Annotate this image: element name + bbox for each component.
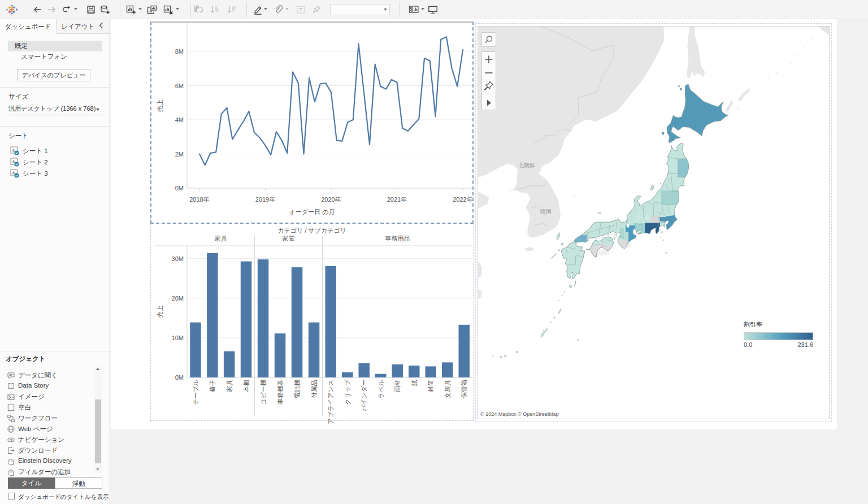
new-datasource-button[interactable] xyxy=(99,4,111,15)
subcategory-label: 事務機器 xyxy=(277,380,284,405)
size-section-label: サイズ xyxy=(8,93,28,101)
sidebar: ダッシュボードレイアウト既定スマートフォンデバイスのプレビューサイズ汎用デスクト… xyxy=(0,19,110,504)
dropdown-caret-icon[interactable] xyxy=(421,8,424,10)
tab-dashboard[interactable]: ダッシュボード xyxy=(0,19,57,34)
size-select[interactable]: 汎用デスクトップ (1366 x 768) xyxy=(8,105,102,115)
subcategory-label: クリップ xyxy=(344,379,351,405)
object-item-label: ダウンロード xyxy=(18,446,58,455)
tiled-button[interactable]: タイル xyxy=(8,477,55,489)
object-item-workflow[interactable]: ワークフロー xyxy=(7,413,92,424)
object-item-blank[interactable]: 空白 xyxy=(7,402,92,413)
hirado xyxy=(558,250,559,251)
fix-axes-button[interactable] xyxy=(310,4,323,15)
forward-icon xyxy=(46,5,58,15)
dropdown-caret-icon[interactable] xyxy=(138,8,142,10)
subcategory-label: 文房具 xyxy=(444,380,451,398)
scrollbar-thumb[interactable] xyxy=(95,399,101,463)
swap-rows-columns-button[interactable] xyxy=(193,4,205,15)
tableau-logo-icon xyxy=(6,4,18,15)
floating-button[interactable]: 浮動 xyxy=(55,477,102,489)
search-icon xyxy=(482,33,496,46)
dropdown-caret-icon[interactable] xyxy=(264,8,267,10)
clear-sheet-icon xyxy=(163,5,174,15)
bar-電話機 xyxy=(292,267,303,377)
show-dashboard-title-checkbox[interactable] xyxy=(8,493,15,499)
toolbar-separator xyxy=(24,2,24,17)
show-hide-cards-button[interactable] xyxy=(407,4,420,15)
sheet-item[interactable]: シート 2 xyxy=(10,157,101,168)
line-chart-zone[interactable]: 0M2M4M6M8M2018年2019年2020年2021年2022年オーダー日… xyxy=(150,21,474,224)
map-attribution: © 2024 Mapbox © OpenStreetMap xyxy=(479,411,561,418)
duplicate-sheet-button[interactable] xyxy=(146,4,158,15)
object-item-label: Data Story xyxy=(18,382,49,389)
x-tick-label: 2019年 xyxy=(255,196,275,203)
object-item-ask-data[interactable]: データに聞く xyxy=(7,370,92,381)
object-item-einstein-discovery[interactable]: Einstein Discovery xyxy=(7,456,92,467)
bar-画材 xyxy=(392,364,403,377)
bar-クリップ xyxy=(342,372,353,377)
show-mark-labels-button[interactable] xyxy=(294,4,307,15)
pin-button[interactable] xyxy=(482,80,496,92)
new-worksheet-button[interactable] xyxy=(125,4,137,15)
sort-descending-button[interactable] xyxy=(226,4,238,15)
expand-controls-button[interactable] xyxy=(482,97,496,109)
object-item-navigation[interactable]: ナビゲーション xyxy=(7,435,92,445)
map-zone[interactable]: 北朝鮮韓国日本 割引率 0.0231.6 © 2024 Mapbox © Ope… xyxy=(478,26,830,419)
fit-selector-caret-icon[interactable] xyxy=(384,8,387,11)
subcategory-label: バインダー xyxy=(361,380,367,412)
blank-icon xyxy=(7,403,15,412)
subcategory-label: 電話機 xyxy=(294,380,301,398)
preset-smartphone[interactable]: スマートフォン xyxy=(8,51,102,62)
toolbar-separator xyxy=(399,2,400,17)
presentation-mode-button[interactable] xyxy=(427,4,439,15)
forward-button[interactable] xyxy=(46,4,58,15)
object-item-label: イメージ xyxy=(18,393,45,401)
object-item-data-story[interactable]: Data Story xyxy=(7,381,92,392)
bar-保管箱 xyxy=(459,325,470,377)
back-button[interactable] xyxy=(31,4,44,15)
toolbar-separator xyxy=(190,2,191,17)
preset-default[interactable]: 既定 xyxy=(8,41,102,51)
device-preview-button[interactable]: デバイスのプレビュー xyxy=(17,69,90,81)
legend-min: 0.0 xyxy=(744,341,752,348)
object-item-image[interactable]: イメージ xyxy=(7,392,92,402)
map-toolbar[interactable] xyxy=(481,51,496,110)
dropdown-caret-icon[interactable] xyxy=(285,8,289,10)
object-item-web-page[interactable]: Web ページ xyxy=(7,424,92,435)
zoom-out-button[interactable] xyxy=(482,67,496,79)
dropdown-caret-icon[interactable] xyxy=(176,8,179,10)
category-label: 事務用品 xyxy=(385,235,410,242)
object-item-add-filter[interactable]: フィルターの追加 xyxy=(7,467,92,477)
object-item-label: フィルターの追加 xyxy=(18,468,71,476)
clear-sheet-button[interactable] xyxy=(162,4,175,15)
subcategory-label: 保管箱 xyxy=(461,380,467,398)
objects-scrollbar[interactable] xyxy=(94,366,102,473)
scroll-up-icon[interactable] xyxy=(96,368,99,370)
y-tick-label: 10M xyxy=(172,334,184,341)
redo-button[interactable] xyxy=(60,4,73,15)
group-members-button[interactable] xyxy=(272,4,284,15)
object-item-download[interactable]: ダウンロード xyxy=(7,445,92,456)
object-item-label: ナビゲーション xyxy=(18,436,64,444)
sort-ascending-button[interactable] xyxy=(209,4,222,15)
highlight-button[interactable] xyxy=(251,4,264,15)
fit-selector[interactable] xyxy=(330,4,390,15)
map-search-button[interactable] xyxy=(481,32,496,47)
sheet-item[interactable]: シート 1 xyxy=(10,146,101,157)
zoom-in-button[interactable] xyxy=(482,53,496,66)
show-dashboard-title-label: ダッシュボードのタイトルを表示 xyxy=(18,493,108,501)
bar-chart-zone[interactable]: カテゴリ / サブカテゴリ家具家電事務用品0M10M20M30M売上テーブル椅子… xyxy=(150,224,474,421)
ask-data-icon xyxy=(7,371,15,380)
sheet-item[interactable]: シート 3 xyxy=(10,168,101,180)
collapse-panel-icon[interactable] xyxy=(99,22,107,31)
bars xyxy=(190,253,470,377)
scroll-down-icon[interactable] xyxy=(96,468,99,471)
bar-家具 xyxy=(224,351,235,377)
tab-layout[interactable]: レイアウト xyxy=(57,19,110,34)
divider xyxy=(0,87,110,88)
object-item-label: データに聞く xyxy=(18,371,58,380)
swap-rows-columns-icon xyxy=(193,5,205,15)
save-button[interactable] xyxy=(85,4,97,15)
dropdown-caret-icon[interactable] xyxy=(74,8,77,10)
group-members-icon xyxy=(273,5,284,15)
